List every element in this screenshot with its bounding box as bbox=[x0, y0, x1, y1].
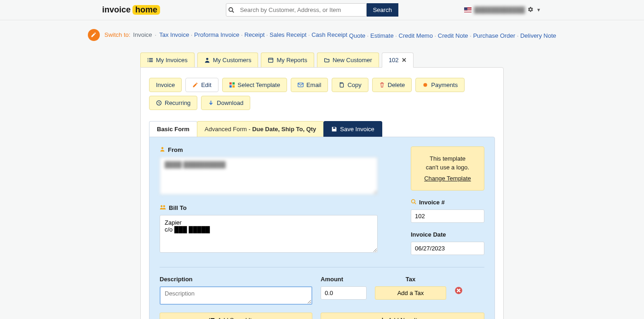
svg-point-0 bbox=[229, 8, 233, 12]
svg-rect-12 bbox=[232, 82, 235, 84]
grid-icon bbox=[229, 82, 235, 88]
action-download[interactable]: Download bbox=[201, 96, 250, 110]
brand-part2: home bbox=[132, 5, 160, 15]
svg-rect-5 bbox=[149, 59, 153, 60]
brand-logo[interactable]: invoice home bbox=[102, 5, 160, 15]
tab-label: My Customers bbox=[213, 57, 252, 64]
svg-line-1 bbox=[232, 11, 234, 12]
svg-point-8 bbox=[206, 58, 208, 60]
svg-rect-11 bbox=[229, 82, 231, 84]
calendar-icon bbox=[268, 57, 274, 63]
copy-icon bbox=[339, 82, 345, 88]
switch-link-purchase-order[interactable]: Purchase Order bbox=[473, 32, 515, 39]
switch-link-tax-invoice[interactable]: Tax Invoice bbox=[159, 31, 189, 38]
svg-rect-15 bbox=[298, 83, 303, 87]
switch-link-proforma-invoice[interactable]: Proforma Invoice bbox=[194, 31, 239, 38]
invoice-date-input[interactable] bbox=[411, 242, 484, 255]
svg-rect-7 bbox=[149, 61, 153, 62]
invoice-number-label: Invoice # bbox=[419, 199, 445, 206]
tax-label: Tax bbox=[375, 276, 446, 283]
svg-point-19 bbox=[161, 147, 164, 149]
search-button[interactable]: Search bbox=[367, 3, 398, 17]
svg-point-22 bbox=[412, 200, 415, 203]
remove-line-icon[interactable] bbox=[454, 285, 463, 296]
save-icon bbox=[331, 126, 337, 132]
svg-rect-2 bbox=[148, 58, 149, 59]
circle-icon bbox=[422, 82, 428, 88]
description-label: Description bbox=[160, 276, 312, 283]
invoice-panel: Invoice Edit Select Template Email Copy … bbox=[140, 67, 504, 319]
switch-link-cash-receipt[interactable]: Cash Receipt bbox=[311, 31, 347, 38]
main-tabs: My Invoices My Customers My Reports New … bbox=[140, 52, 504, 67]
search-icon bbox=[226, 7, 236, 13]
svg-point-20 bbox=[161, 205, 162, 207]
pencil-icon bbox=[192, 82, 198, 88]
person-icon bbox=[160, 146, 165, 153]
clock-icon bbox=[156, 100, 162, 106]
svg-rect-3 bbox=[149, 58, 153, 59]
search-input[interactable] bbox=[236, 4, 366, 16]
flag-icon bbox=[464, 7, 472, 12]
person-icon bbox=[204, 57, 210, 63]
amount-label: Amount bbox=[321, 276, 367, 283]
trash-icon bbox=[379, 82, 385, 88]
switch-link-quote[interactable]: Quote bbox=[349, 32, 365, 39]
template-note: This template can't use a logo. Change T… bbox=[411, 146, 484, 191]
from-label: From bbox=[168, 146, 183, 153]
search-icon bbox=[411, 199, 416, 206]
form-tab-advanced[interactable]: Advanced Form - Due Date, Ship To, Qty bbox=[197, 121, 324, 137]
user-menu[interactable]: ████████████ ▼ bbox=[464, 6, 541, 14]
action-select-template[interactable]: Select Template bbox=[222, 78, 287, 92]
switch-link-credit-memo[interactable]: Credit Memo bbox=[399, 32, 433, 39]
action-payments[interactable]: Payments bbox=[415, 78, 465, 92]
change-template-link[interactable]: Change Template bbox=[416, 174, 479, 183]
list-icon bbox=[209, 317, 215, 319]
add-saved-items-button[interactable]: Add Saved Items bbox=[160, 313, 312, 319]
bill-to-label: Bill To bbox=[169, 204, 187, 211]
svg-rect-9 bbox=[269, 58, 273, 62]
list-icon bbox=[147, 57, 153, 63]
description-textarea[interactable] bbox=[160, 286, 312, 305]
bill-to-textarea[interactable]: Zapier c/o ███ █████ bbox=[160, 215, 378, 253]
action-email[interactable]: Email bbox=[291, 78, 328, 92]
svg-point-17 bbox=[424, 83, 427, 87]
svg-line-23 bbox=[414, 203, 416, 204]
svg-rect-14 bbox=[232, 85, 235, 87]
add-new-item-button[interactable]: Add New Item bbox=[321, 313, 484, 319]
switch-link-sales-receipt[interactable]: Sales Receipt bbox=[270, 31, 306, 38]
amount-input[interactable] bbox=[321, 286, 367, 300]
mail-icon bbox=[298, 82, 304, 88]
svg-point-21 bbox=[163, 205, 165, 207]
tab-active-invoice[interactable]: 102 ✕ bbox=[382, 52, 414, 68]
switch-link-estimate[interactable]: Estimate bbox=[370, 32, 394, 39]
form-tab-basic[interactable]: Basic Form bbox=[149, 121, 197, 137]
action-delete[interactable]: Delete bbox=[372, 78, 412, 92]
invoice-number-input[interactable] bbox=[411, 209, 484, 223]
tab-label: My Reports bbox=[276, 57, 307, 64]
tab-my-customers[interactable]: My Customers bbox=[197, 52, 259, 67]
tab-label: New Customer bbox=[333, 57, 372, 64]
chevron-down-icon: ▼ bbox=[536, 7, 541, 12]
action-copy[interactable]: Copy bbox=[332, 78, 368, 92]
tab-my-invoices[interactable]: My Invoices bbox=[140, 52, 195, 67]
close-icon[interactable]: ✕ bbox=[402, 57, 407, 64]
folder-icon bbox=[324, 57, 330, 63]
action-invoice[interactable]: Invoice bbox=[149, 78, 182, 92]
tab-new-customer[interactable]: New Customer bbox=[317, 52, 379, 67]
tab-my-reports[interactable]: My Reports bbox=[261, 52, 314, 67]
pencil-icon bbox=[88, 29, 100, 41]
form-body: From ████ ██████████ Bill To Zapier c/o … bbox=[149, 137, 495, 319]
from-textarea[interactable]: ████ ██████████ bbox=[160, 157, 378, 195]
switch-link-receipt[interactable]: Receipt bbox=[244, 31, 264, 38]
search-group bbox=[226, 3, 367, 17]
action-edit[interactable]: Edit bbox=[185, 78, 218, 92]
actions-row: Invoice Edit Select Template Email Copy … bbox=[149, 78, 495, 110]
switch-link-credit-note[interactable]: Credit Note bbox=[438, 32, 468, 39]
add-tax-button[interactable]: Add a Tax bbox=[375, 286, 446, 300]
plus-icon bbox=[380, 317, 385, 319]
save-invoice-button[interactable]: Save Invoice bbox=[323, 121, 382, 137]
svg-rect-13 bbox=[229, 85, 231, 87]
action-recurring[interactable]: Recurring bbox=[149, 96, 197, 110]
switch-link-delivery-note[interactable]: Delivery Note bbox=[520, 32, 556, 39]
switch-type-area: Switch to: Invoice · Tax Invoice · Profo… bbox=[0, 20, 644, 46]
